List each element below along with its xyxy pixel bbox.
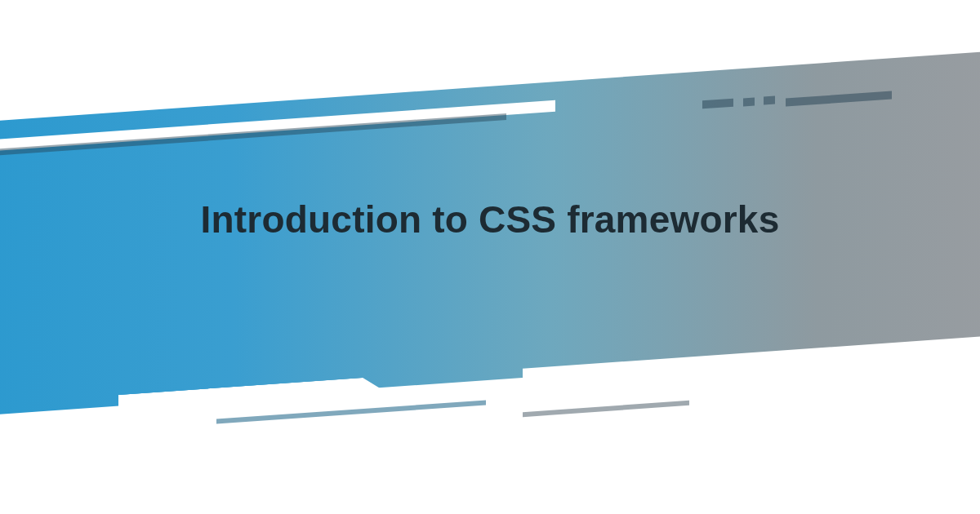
top-tech-mark	[764, 96, 775, 105]
hero-title: Introduction to CSS frameworks	[0, 199, 980, 241]
bottom-accent-line	[523, 401, 689, 417]
top-tech-mark	[743, 98, 755, 107]
